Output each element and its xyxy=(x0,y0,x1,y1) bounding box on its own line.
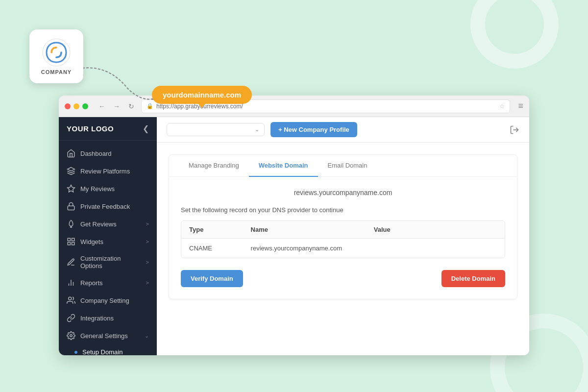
sidebar-item-my-reviews[interactable]: My Reviews xyxy=(59,180,157,197)
grid-icon xyxy=(67,237,75,246)
sidebar-item-customization[interactable]: Customization Options > xyxy=(59,250,157,274)
tab-manage-branding[interactable]: Manage Branding xyxy=(179,155,249,177)
selector-chevron-icon: ⌄ xyxy=(255,126,259,133)
sidebar-item-company-setting[interactable]: Company Setting xyxy=(59,292,157,309)
sidebar-item-get-reviews[interactable]: Get Reviews > xyxy=(59,215,157,233)
company-badge: COMPANY xyxy=(29,29,83,83)
sidebar: YOUR LOGO ❮ Dashboard Review Platforms M… xyxy=(59,117,157,355)
company-badge-label: COMPANY xyxy=(41,69,72,75)
top-bar: ⌄ + New Company Profile xyxy=(157,117,529,143)
svg-point-14 xyxy=(69,297,72,300)
sidebar-item-private-feedback[interactable]: Private Feedback xyxy=(59,197,157,215)
verify-domain-button[interactable]: Verify Domain xyxy=(181,270,243,287)
svg-rect-8 xyxy=(72,238,74,241)
main-area: ⌄ + New Company Profile xyxy=(157,117,529,355)
page-content: Manage Branding Website Domain Email Dom… xyxy=(157,143,529,355)
new-company-button[interactable]: + New Company Profile xyxy=(270,122,357,137)
action-row: Verify Domain Delete Domain xyxy=(181,270,505,287)
table-row: CNAME reviews.yourcompanyname.com xyxy=(181,239,505,258)
sidebar-nav: Dashboard Review Platforms My Reviews Pr… xyxy=(59,141,157,355)
tab-body: reviews.yourcompanyname.com Set the foll… xyxy=(169,177,517,299)
svg-marker-3 xyxy=(68,185,75,192)
company-selector[interactable]: ⌄ xyxy=(167,123,265,136)
star-icon xyxy=(67,184,75,193)
logout-button[interactable] xyxy=(510,124,519,135)
general-settings-chevron: ⌄ xyxy=(145,333,149,339)
rocket-icon xyxy=(67,220,75,228)
dns-table: Type Name Value CNAME reviews.yourcompan… xyxy=(181,220,505,258)
bookmark-icon: ☆ xyxy=(499,103,505,110)
sidebar-item-review-platforms[interactable]: Review Platforms xyxy=(59,162,157,180)
decorative-arrow xyxy=(69,59,167,108)
svg-rect-7 xyxy=(68,238,70,241)
users-icon xyxy=(67,296,75,305)
header-name: Name xyxy=(251,226,374,233)
svg-rect-4 xyxy=(68,206,74,210)
tab-website-domain[interactable]: Website Domain xyxy=(249,155,318,177)
settings-icon xyxy=(67,331,75,340)
browser-menu-icon[interactable]: ≡ xyxy=(518,101,523,111)
home-icon xyxy=(67,149,75,158)
logout-icon xyxy=(510,125,519,135)
sidebar-item-reports[interactable]: Reports > xyxy=(59,274,157,292)
bar-chart-icon xyxy=(67,278,75,287)
reports-chevron: > xyxy=(146,280,149,286)
svg-rect-10 xyxy=(72,243,74,245)
cell-type: CNAME xyxy=(189,245,251,252)
dns-table-header: Type Name Value xyxy=(181,221,505,239)
get-reviews-chevron: > xyxy=(146,221,149,227)
sidebar-collapse-button[interactable]: ❮ xyxy=(143,124,149,133)
header-value: Value xyxy=(374,226,497,233)
customization-chevron: > xyxy=(146,259,149,265)
sidebar-item-integrations[interactable]: Integrations xyxy=(59,309,157,327)
tabs-container: Manage Branding Website Domain Email Dom… xyxy=(169,155,517,177)
sidebar-item-general-settings[interactable]: General Settings ⌄ xyxy=(59,327,157,344)
header-type: Type xyxy=(189,226,251,233)
lock-icon xyxy=(67,202,75,211)
link-icon xyxy=(67,314,75,322)
tab-email-domain[interactable]: Email Domain xyxy=(318,155,377,177)
sidebar-subitem-setup-domain[interactable]: Setup Domain xyxy=(59,344,157,355)
edit-icon xyxy=(67,258,75,267)
layers-icon xyxy=(67,167,75,175)
domain-settings-card: Manage Branding Website Domain Email Dom… xyxy=(169,154,517,299)
sidebar-header: YOUR LOGO ❮ xyxy=(59,117,157,141)
sidebar-item-widgets[interactable]: Widgets > xyxy=(59,233,157,250)
delete-domain-button[interactable]: Delete Domain xyxy=(441,270,505,287)
dns-instruction: Set the following record on your DNS pro… xyxy=(181,206,505,214)
svg-rect-9 xyxy=(68,243,70,245)
svg-marker-2 xyxy=(68,168,75,172)
svg-point-15 xyxy=(70,335,73,337)
sidebar-item-dashboard[interactable]: Dashboard xyxy=(59,145,157,162)
cell-value xyxy=(374,245,497,252)
sidebar-logo: YOUR LOGO xyxy=(67,124,114,133)
cell-name: reviews.yourcompanyname.com xyxy=(251,245,374,252)
domain-tooltip: yourdomainname.com xyxy=(152,86,252,104)
widgets-chevron: > xyxy=(146,239,149,245)
browser-window: ← → ↻ 🔒 https://app.grabyourreviews.com/… xyxy=(59,96,529,355)
domain-display: reviews.yourcompanyname.com xyxy=(181,189,505,196)
sub-item-dot xyxy=(74,351,77,354)
app-content: YOUR LOGO ❮ Dashboard Review Platforms M… xyxy=(59,117,529,355)
